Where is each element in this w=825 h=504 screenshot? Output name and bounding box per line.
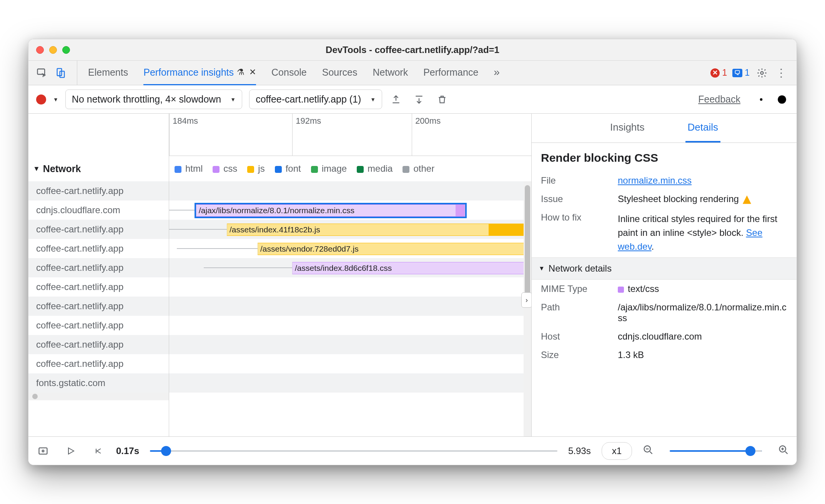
device-toggle-icon[interactable] xyxy=(54,66,68,80)
bar-row: /assets/vendor.728ed0d7.js xyxy=(169,239,531,258)
details-pane: Insights Details Render blocking CSS Fil… xyxy=(531,114,797,436)
file-link[interactable]: normalize.min.css xyxy=(618,175,692,186)
legend-item[interactable]: image xyxy=(311,163,347,174)
ruler-tick: 192ms xyxy=(292,114,324,156)
legend-item[interactable]: other xyxy=(403,163,434,174)
minimize-window-button[interactable] xyxy=(49,46,57,54)
swatch-media-icon xyxy=(357,166,364,173)
svg-rect-0 xyxy=(38,69,45,74)
zoom-slider[interactable] xyxy=(670,450,762,452)
tab-performance[interactable]: Performance xyxy=(423,61,478,85)
tab-label: Performance xyxy=(423,67,478,78)
zoom-in-icon[interactable] xyxy=(778,444,789,458)
request-row[interactable]: cdnjs.cloudflare.com xyxy=(28,201,169,220)
inspect-tools xyxy=(35,61,77,85)
zoom-out-icon[interactable] xyxy=(643,444,654,458)
import-icon[interactable] xyxy=(412,93,426,106)
right-tools: ✕ 1 🗨 1 ⋮ xyxy=(710,66,790,80)
toolbar-icons xyxy=(389,93,449,106)
network-details-header[interactable]: ▼ Network details xyxy=(532,257,797,280)
skip-to-start-icon[interactable] xyxy=(91,444,105,458)
svg-point-7 xyxy=(42,450,44,452)
export-icon[interactable] xyxy=(389,93,403,106)
legend-item[interactable]: media xyxy=(357,163,393,174)
issues-badge[interactable]: 🗨 1 xyxy=(732,68,750,78)
zoom-window-button[interactable] xyxy=(62,46,70,54)
help-icon[interactable] xyxy=(775,93,789,106)
swatch-js-icon xyxy=(247,166,254,173)
throttle-select[interactable]: No network throttling, 4× slowdown ▼ xyxy=(65,90,242,109)
error-badge[interactable]: ✕ 1 xyxy=(710,68,727,78)
delete-icon[interactable] xyxy=(435,93,449,106)
waterfall-bar-normalize-css[interactable]: /ajax/libs/normalize/8.0.1/normalize.min… xyxy=(196,204,465,217)
request-row[interactable]: coffee-cart.netlify.app xyxy=(28,181,169,201)
panel-settings-icon[interactable] xyxy=(754,93,768,106)
record-dropdown[interactable]: ▼ xyxy=(53,96,58,103)
kv-file: File normalize.min.css xyxy=(532,171,797,190)
legend-item[interactable]: font xyxy=(275,163,301,174)
timeline-slider[interactable] xyxy=(150,450,557,452)
legend-item[interactable]: css xyxy=(213,163,237,174)
feedback-link[interactable]: Feedback xyxy=(698,94,740,105)
kv-howtofix: How to fix Inline critical styles requir… xyxy=(532,208,797,257)
request-row[interactable]: coffee-cart.netlify.app xyxy=(28,335,169,354)
request-row[interactable]: coffee-cart.netlify.app xyxy=(28,297,169,316)
tab-insights[interactable]: Insights xyxy=(608,114,647,143)
bar-row xyxy=(169,373,531,393)
request-row[interactable]: fonts.gstatic.com xyxy=(28,373,169,393)
toolbar: ▼ No network throttling, 4× slowdown ▼ c… xyxy=(28,85,797,114)
tabs-row: Elements Performance insights ⚗ ✕ Consol… xyxy=(28,61,797,85)
issue-text: Stylesheet blocking rendering xyxy=(618,194,739,204)
tab-performance-insights[interactable]: Performance insights ⚗ ✕ xyxy=(143,61,256,85)
request-row[interactable]: coffee-cart.netlify.app xyxy=(28,239,169,258)
tab-network[interactable]: Network xyxy=(373,61,408,85)
waterfall-bar-index-js[interactable]: /assets/index.41f18c2b.js xyxy=(227,224,531,236)
chevron-down-icon: ▼ xyxy=(230,96,236,103)
kebab-menu-icon[interactable]: ⋮ xyxy=(774,66,788,80)
tab-details[interactable]: Details xyxy=(685,114,720,143)
main-content: 184ms 192ms 200ms ▼ Network coffee-cart.… xyxy=(28,114,797,436)
tab-label: Performance insights xyxy=(143,67,234,78)
slider-handle[interactable] xyxy=(161,446,171,456)
waterfall-bar-index-css[interactable]: /assets/index.8d6c6f18.css xyxy=(292,262,531,274)
horizontal-scrollbar[interactable] xyxy=(28,393,169,400)
network-area: ▼ Network coffee-cart.netlify.app cdnjs.… xyxy=(28,156,531,436)
window-title: DevTools - coffee-cart.netlify.app/?ad=1 xyxy=(326,45,499,55)
tab-label: Elements xyxy=(88,67,128,78)
svg-point-4 xyxy=(760,98,763,101)
request-row[interactable]: coffee-cart.netlify.app xyxy=(28,354,169,373)
close-window-button[interactable] xyxy=(36,46,44,54)
timeline-ruler[interactable]: 184ms 192ms 200ms xyxy=(28,114,531,156)
bar-row xyxy=(169,181,531,201)
experiment-icon: ⚗ xyxy=(237,67,245,77)
expand-details-button[interactable]: › xyxy=(521,292,531,308)
page-select[interactable]: coffee-cart.netlify.app (1) ▼ xyxy=(249,90,382,109)
screenshots-toggle-icon[interactable] xyxy=(36,444,50,458)
bar-row xyxy=(169,297,531,316)
legend-item[interactable]: html xyxy=(175,163,203,174)
waterfall-tracks[interactable]: /ajax/libs/normalize/8.0.1/normalize.min… xyxy=(169,181,531,393)
request-row[interactable]: coffee-cart.netlify.app xyxy=(28,277,169,297)
tab-elements[interactable]: Elements xyxy=(88,61,128,85)
vertical-scrollbar[interactable] xyxy=(524,181,531,436)
waterfall-bar-vendor-js[interactable]: /assets/vendor.728ed0d7.js xyxy=(258,243,531,255)
inspect-element-icon[interactable] xyxy=(35,66,48,80)
network-header[interactable]: ▼ Network xyxy=(28,156,169,181)
tab-console[interactable]: Console xyxy=(271,61,307,85)
detail-tabs: Insights Details xyxy=(532,114,797,143)
close-tab-icon[interactable]: ✕ xyxy=(249,67,256,77)
playback-speed[interactable]: x1 xyxy=(602,442,632,460)
tab-sources[interactable]: Sources xyxy=(322,61,358,85)
request-row[interactable]: coffee-cart.netlify.app xyxy=(28,316,169,335)
tab-overflow[interactable]: » xyxy=(494,61,500,85)
settings-icon[interactable] xyxy=(755,66,769,80)
record-button[interactable] xyxy=(36,94,46,104)
ruler-tick: 200ms xyxy=(412,114,444,156)
request-row[interactable]: coffee-cart.netlify.app xyxy=(28,258,169,277)
devtools-window: DevTools - coffee-cart.netlify.app/?ad=1… xyxy=(28,39,797,465)
request-row[interactable]: coffee-cart.netlify.app xyxy=(28,220,169,239)
tab-label: Console xyxy=(271,67,307,78)
play-icon[interactable] xyxy=(64,444,78,458)
legend-item[interactable]: js xyxy=(247,163,264,174)
zoom-handle[interactable] xyxy=(745,446,755,456)
